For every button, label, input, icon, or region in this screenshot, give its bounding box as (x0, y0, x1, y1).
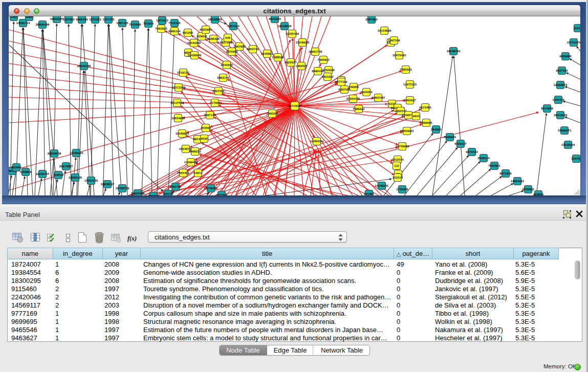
svg-text:1733426: 1733426 (396, 188, 408, 191)
svg-text:1071913: 1071913 (89, 18, 101, 21)
svg-text:8427552: 8427552 (212, 90, 225, 93)
svg-text:20364436: 20364436 (346, 97, 360, 100)
svg-text:1362615: 1362615 (295, 64, 308, 68)
svg-text:945779: 945779 (163, 192, 173, 195)
svg-text:22420046: 22420046 (188, 54, 202, 57)
svg-text:8960124: 8960124 (168, 30, 181, 33)
svg-text:19166825: 19166825 (176, 132, 189, 135)
svg-text:7986322: 7986322 (353, 107, 365, 111)
svg-text:7955812: 7955812 (317, 58, 330, 61)
svg-text:6479197: 6479197 (454, 142, 467, 145)
svg-text:14136141: 14136141 (375, 184, 389, 187)
svg-text:9699695: 9699695 (420, 121, 432, 124)
svg-text:10107554: 10107554 (170, 101, 184, 104)
svg-text:9457791: 9457791 (169, 185, 182, 188)
svg-text:16033809: 16033809 (208, 18, 222, 21)
svg-text:2718170: 2718170 (177, 71, 189, 74)
svg-text:546: 546 (225, 36, 231, 39)
svg-text:924565: 924565 (533, 193, 544, 195)
svg-text:8471626: 8471626 (499, 172, 512, 175)
svg-text:2803144: 2803144 (217, 76, 229, 79)
svg-text:8454749: 8454749 (247, 48, 259, 51)
svg-text:9227342: 9227342 (556, 69, 568, 72)
svg-text:10654112: 10654112 (511, 180, 525, 183)
svg-text:1156829: 1156829 (19, 170, 32, 173)
svg-text:1405: 1405 (10, 16, 17, 18)
svg-text:2300205: 2300205 (266, 112, 278, 115)
svg-text:8938923: 8938923 (444, 136, 456, 139)
svg-text:16782759: 16782759 (116, 187, 129, 190)
svg-text:1067135: 1067135 (116, 21, 128, 25)
svg-text:15751074: 15751074 (567, 41, 580, 44)
svg-text:12213369: 12213369 (172, 86, 186, 89)
svg-text:7625402: 7625402 (177, 171, 189, 174)
svg-text:20975867: 20975867 (59, 165, 73, 168)
svg-text:9115460: 9115460 (419, 106, 431, 109)
svg-text:12093873: 12093873 (554, 83, 568, 86)
svg-text:3267130: 3267130 (204, 114, 216, 117)
svg-text:2069: 2069 (26, 16, 33, 18)
svg-text:12923446: 12923446 (131, 192, 145, 195)
svg-text:1527602: 1527602 (62, 18, 75, 21)
svg-text:20206558: 20206558 (48, 152, 61, 155)
svg-text:7515526: 7515526 (168, 21, 181, 25)
svg-text:7357224: 7357224 (227, 25, 239, 28)
svg-text:1621022: 1621022 (321, 75, 334, 78)
svg-text:10807487: 10807487 (372, 96, 385, 99)
svg-text:252214: 252214 (393, 176, 403, 179)
svg-text:10653267: 10653267 (50, 17, 64, 20)
svg-text:20691406: 20691406 (36, 23, 50, 26)
svg-text:2087682: 2087682 (365, 18, 378, 21)
svg-text:746266: 746266 (349, 85, 359, 89)
svg-text:417006: 417006 (210, 101, 221, 104)
svg-text:4498222: 4498222 (189, 150, 201, 153)
svg-text:141361: 141361 (364, 192, 375, 195)
svg-text:1671315: 1671315 (102, 18, 115, 21)
svg-text:7463822: 7463822 (155, 27, 167, 30)
svg-text:14099459: 14099459 (184, 161, 198, 164)
svg-text:924506: 924506 (148, 194, 159, 195)
svg-text:1097349: 1097349 (388, 39, 400, 42)
svg-text:19654923: 19654923 (400, 129, 414, 133)
svg-text:9644: 9644 (412, 115, 420, 118)
svg-text:11124: 11124 (574, 27, 580, 30)
svg-text:12942757: 12942757 (36, 172, 50, 176)
svg-text:19756928: 19756928 (396, 145, 409, 148)
svg-text:1244415: 1244415 (552, 98, 564, 101)
svg-text:8813054: 8813054 (269, 17, 281, 20)
svg-text:9463627: 9463627 (404, 99, 416, 102)
svg-text:116753: 116753 (571, 157, 580, 160)
svg-text:891295: 891295 (183, 31, 193, 34)
svg-text:7632621: 7632621 (488, 164, 500, 167)
svg-text:16210643: 16210643 (554, 114, 568, 117)
svg-text:10958107: 10958107 (101, 183, 115, 186)
svg-text:751552: 751552 (143, 22, 154, 25)
svg-text:8532: 8532 (201, 137, 208, 140)
svg-text:19218506: 19218506 (278, 25, 292, 28)
svg-text:19384554: 19384554 (310, 140, 324, 143)
svg-text:f(x): f(x) (127, 235, 137, 242)
svg-text:7515526: 7515526 (129, 23, 141, 26)
svg-text:12505135: 12505135 (69, 176, 82, 179)
svg-text:9245652: 9245652 (522, 188, 534, 191)
svg-text:8322605: 8322605 (200, 28, 212, 31)
svg-text:18724007: 18724007 (288, 104, 302, 107)
svg-text:9146821: 9146821 (261, 52, 273, 55)
svg-text:1612074: 1612074 (391, 158, 404, 161)
svg-text:11325419: 11325419 (286, 32, 299, 35)
svg-text:15716485: 15716485 (204, 187, 218, 190)
svg-text:2967608: 2967608 (233, 45, 246, 48)
svg-text:2935114: 2935114 (477, 157, 490, 160)
svg-text:9329966: 9329966 (559, 55, 572, 58)
svg-text:15640910: 15640910 (296, 41, 310, 44)
svg-text:9242848: 9242848 (221, 63, 233, 67)
svg-text:6794028: 6794028 (322, 69, 335, 72)
svg-text:3624554: 3624554 (360, 91, 373, 94)
svg-text:8322037: 8322037 (285, 61, 297, 64)
svg-text:353594: 353594 (201, 126, 211, 129)
svg-text:164095: 164095 (431, 128, 442, 131)
svg-text:14055714: 14055714 (16, 21, 30, 25)
svg-text:8215958: 8215958 (541, 107, 553, 110)
svg-text:10973493: 10973493 (393, 54, 406, 57)
svg-text:17359924: 17359924 (70, 151, 83, 155)
